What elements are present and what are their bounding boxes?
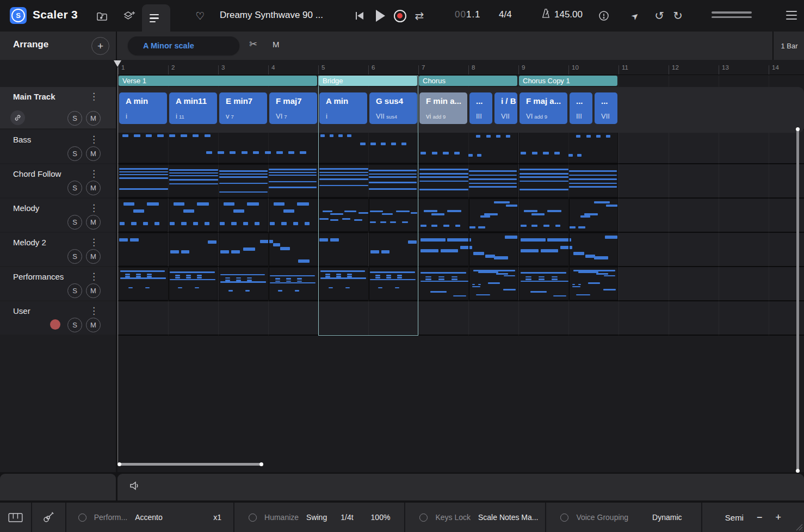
ruler-bar-number[interactable]: 4 [271,64,275,71]
mute-button[interactable]: M [86,181,101,195]
keys-lock-toggle[interactable] [419,514,428,522]
horizontal-scrollbar[interactable] [119,463,262,466]
voice-grouping-control[interactable]: Voice Grouping Dynamic [545,503,701,532]
playhead-line[interactable] [117,67,118,465]
favorite-heart-icon[interactable]: ♡ [194,9,207,22]
speaker-icon[interactable] [129,481,140,493]
ruler-bar-number[interactable]: 8 [472,64,475,71]
section-chorus[interactable]: Chorus [419,76,517,86]
ruler-bar-number[interactable]: 2 [171,64,175,71]
clip[interactable] [369,233,418,266]
undo-icon[interactable]: ↺ [653,9,666,22]
keys-lock-control[interactable]: Keys Lock Scale Notes Ma... [404,503,545,532]
mute-button[interactable]: M [86,249,101,264]
chord-block[interactable]: F min a...viadd 9 [419,92,467,124]
grid-size-selector[interactable]: 1 Bar [772,32,804,60]
clip[interactable] [269,199,318,232]
chord-block[interactable]: F maj7VI7 [269,92,317,124]
track-menu-icon[interactable]: ⋮ [89,271,98,282]
play-button[interactable] [373,9,387,23]
humanize-value[interactable]: Swing [306,513,327,522]
solo-button[interactable]: S [67,181,82,195]
voice-grouping-value[interactable]: Dynamic [652,513,682,522]
solo-button[interactable]: S [67,215,82,230]
track-lane-user[interactable] [117,301,804,335]
track-menu-icon[interactable]: ⋮ [89,202,98,214]
section-bridge[interactable]: Bridge [319,76,417,86]
chord-block[interactable]: A min11i11 [169,92,217,124]
vertical-scrollbar[interactable] [796,128,799,470]
song-title[interactable]: Dreamy Synthwave 90 ... [220,10,323,21]
scissors-icon[interactable]: ✂ [249,38,257,50]
track-menu-icon[interactable]: ⋮ [89,305,98,317]
track-header-melody[interactable]: Melody⋮SM [0,199,116,232]
chord-block[interactable]: ...III [570,92,592,124]
scale-selector[interactable]: A Minor scale [128,36,239,55]
voice-grouping-toggle[interactable] [560,514,568,522]
chord-block[interactable]: G sus4VIIsus4 [369,92,417,124]
info-icon[interactable] [597,9,610,22]
record-button[interactable] [393,9,407,23]
time-signature[interactable]: 4/4 [499,9,512,20]
mute-button[interactable]: M [86,283,101,298]
track-header-melody-2[interactable]: Melody 2⋮SM [0,233,116,266]
perform-value[interactable]: Accento [135,513,163,522]
fretboard-panel-button[interactable] [31,503,65,532]
mode-m-label[interactable]: M [273,40,280,49]
clip[interactable] [119,199,168,232]
humanize-amount[interactable]: 100% [371,513,391,522]
semi-minus-button[interactable]: − [757,512,763,523]
browser-icon[interactable] [95,9,108,22]
ruler-bar-number[interactable]: 13 [722,64,729,71]
link-icon[interactable] [10,110,25,125]
skip-back-button[interactable] [352,9,367,23]
ruler-bar-number[interactable]: 9 [522,64,525,71]
perform-toggle[interactable] [78,514,86,522]
ruler-bar-number[interactable]: 1 [121,64,125,71]
semi-plus-button[interactable]: + [775,512,781,523]
redo-icon[interactable]: ↻ [671,9,684,22]
clip[interactable] [169,199,218,232]
solo-button[interactable]: S [67,283,82,298]
solo-button[interactable]: S [67,249,82,264]
clip[interactable] [169,233,218,266]
resize-grip[interactable] [794,522,803,531]
track-header-chord-follow[interactable]: Chord Follow⋮SM [0,164,116,197]
playhead-position[interactable]: 001.1 [455,9,481,20]
track-header-bass[interactable]: Bass⋮SM [0,130,116,163]
section-verse-1[interactable]: Verse 1 [119,76,317,86]
chord-block[interactable]: E min7v7 [219,92,267,124]
track-menu-icon[interactable]: ⋮ [89,134,98,145]
mute-button[interactable]: M [86,146,101,161]
add-button[interactable]: + [91,37,109,55]
track-header-performances[interactable]: Performances⋮SM [0,267,116,300]
track-menu-icon[interactable]: ⋮ [89,237,98,248]
humanize-toggle[interactable] [249,514,257,522]
tab-arrange-view[interactable] [142,4,170,32]
solo-button[interactable]: S [67,318,82,332]
section-chorus-copy-1[interactable]: Chorus Copy 1 [519,76,617,86]
track-header-main-track[interactable]: Main Track⋮SM [0,87,116,128]
ruler-bar-number[interactable]: 10 [572,64,579,71]
ruler-bar-number[interactable]: 12 [672,64,679,71]
layers-icon[interactable] [122,9,135,22]
loop-icon[interactable]: ⇄ [412,9,426,23]
ruler-bar-number[interactable]: 7 [422,64,425,71]
tempo-display[interactable]: 145.00 [541,8,583,21]
ruler-bar-number[interactable]: 11 [622,64,628,71]
ruler-bar-number[interactable]: 6 [372,64,375,71]
mute-button[interactable]: M [86,111,101,126]
track-menu-icon[interactable]: ⋮ [89,91,98,102]
keyboard-panel-button[interactable] [0,503,31,532]
ruler-bar-number[interactable]: 3 [221,64,225,71]
solo-button[interactable]: S [67,111,82,126]
main-menu-icon[interactable] [786,11,797,22]
chord-block[interactable]: A mini [319,92,367,124]
keys-lock-value[interactable]: Scale Notes Ma... [478,513,539,522]
perform-multiplier[interactable]: x1 [213,513,221,522]
clip[interactable] [119,233,168,266]
ruler-bar-number[interactable]: 5 [321,64,325,71]
share-icon[interactable]: ➤ [626,7,644,25]
chord-block[interactable]: ...VII [595,92,617,124]
clip[interactable] [319,233,368,266]
